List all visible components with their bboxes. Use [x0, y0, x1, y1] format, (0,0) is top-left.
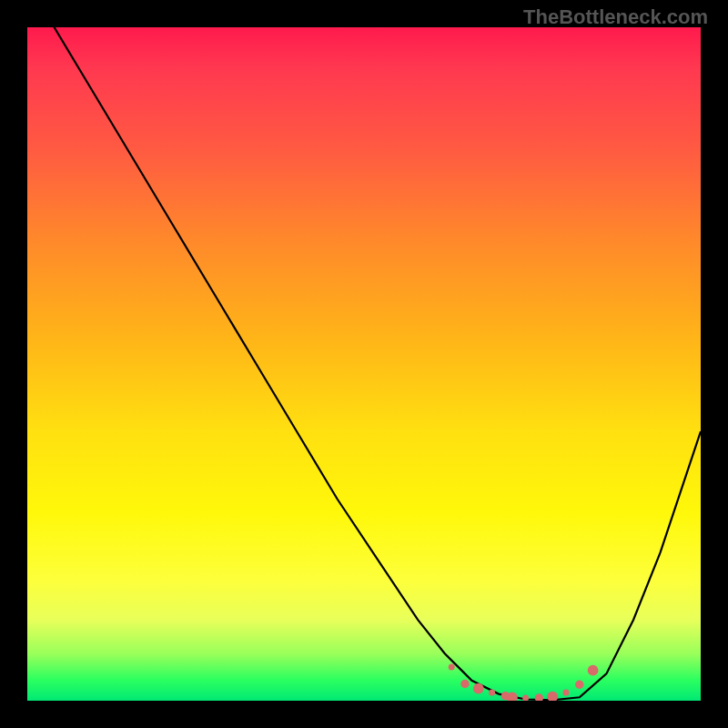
- scatter-dot: [473, 683, 484, 694]
- chart-plot-area: [27, 27, 701, 701]
- scatter-dot: [460, 680, 469, 688]
- scatter-dot: [535, 693, 543, 701]
- scatter-dot: [489, 690, 495, 696]
- scatter-points: [27, 27, 701, 701]
- scatter-dot: [449, 664, 455, 671]
- scatter-dot: [563, 690, 570, 696]
- scatter-dot: [522, 695, 529, 702]
- scatter-dot: [588, 665, 599, 676]
- scatter-dot: [575, 681, 583, 689]
- watermark-text: TheBottleneck.com: [523, 5, 708, 29]
- scatter-dot: [547, 692, 558, 701]
